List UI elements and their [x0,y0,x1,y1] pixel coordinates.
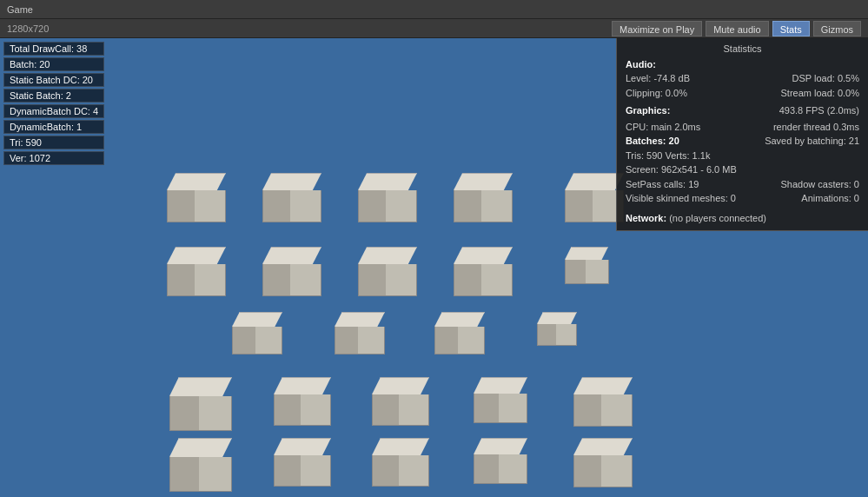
shadow-casters: Shadow casters: 0 [781,177,860,192]
cube-7 [358,247,417,296]
audio-section-title: Audio: [626,59,859,70]
title-bar-label: Game [7,4,33,15]
render-thread: render thread 0.3ms [773,120,859,135]
skinned-row: Visible skinned meshes: 0 Animations: 0 [626,191,859,206]
visible-skinned: Visible skinned meshes: 0 [626,191,736,206]
cube-9 [565,247,608,284]
setpass-row: SetPass calls: 19 Shadow casters: 0 [626,177,859,192]
cube-16 [372,377,429,426]
batches: Batches: 20 [626,134,679,149]
stat-line: Ver: 1072 [3,151,104,165]
cpu-main: CPU: main 2.0ms [626,120,700,135]
stat-line: DynamicBatch DC: 4 [3,104,104,118]
setpass-calls: SetPass calls: 19 [626,177,699,192]
resolution-label: 1280x720 [7,23,49,34]
stat-line: Batch: 20 [3,57,104,71]
network-status: Network: (no players connected) [626,213,859,223]
audio-dsp-load: DSP load: 0.5% [792,71,859,86]
cube-14 [169,377,232,431]
graphics-fps: 493.8 FPS (2.0ms) [779,103,859,120]
mute-audio-button[interactable]: Mute audio [706,21,768,36]
stat-line: DynamicBatch: 1 [3,120,104,134]
animations: Animations: 0 [801,191,859,206]
stat-line: Static Batch: 2 [3,89,104,103]
cube-15 [274,377,331,426]
cube-2 [358,173,417,222]
audio-level: Level: -74.8 dB [626,71,690,86]
stat-line: Tri: 590 [3,136,104,149]
cube-3 [454,173,513,222]
network-section-title: Network: [626,213,666,223]
stats-overlay: Total DrawCall: 38Batch: 20Static Batch … [3,42,104,165]
cube-13 [537,312,577,346]
gizmos-button[interactable]: Gizmos [813,21,861,36]
audio-clipping-row: Clipping: 0.0% Stream load: 0.0% [626,86,859,101]
graphics-header-row: Graphics: 493.8 FPS (2.0ms) [626,103,859,120]
cube-1 [262,173,321,222]
cube-20 [274,438,331,487]
statistics-title: Statistics [626,43,859,54]
cpu-row: CPU: main 2.0ms render thread 0.3ms [626,120,859,135]
network-players: (no players connected) [669,213,766,223]
stat-line: Total DrawCall: 38 [3,42,104,56]
batches-row: Batches: 20 Saved by batching: 21 [626,134,859,149]
cube-17 [474,377,527,423]
cube-18 [573,377,633,427]
audio-level-row: Level: -74.8 dB DSP load: 0.5% [626,71,859,86]
saved-by-batching: Saved by batching: 21 [765,134,859,149]
cube-0 [167,173,226,222]
cube-11 [335,312,385,355]
cube-22 [474,438,527,484]
cube-21 [372,438,429,487]
cube-23 [573,438,633,487]
cube-19 [169,438,232,492]
stats-button[interactable]: Stats [772,21,810,36]
title-bar: Game [0,0,868,19]
cube-10 [232,312,282,355]
cube-12 [434,312,485,355]
maximize-on-play-button[interactable]: Maximize on Play [612,21,702,36]
audio-clipping: Clipping: 0.0% [626,86,687,101]
tris-row: Tris: 590 Verts: 1.1k [626,149,859,163]
screen-row: Screen: 962x541 - 6.0 MB [626,162,859,177]
audio-stream-load: Stream load: 0.0% [781,86,860,101]
cube-4 [565,173,624,222]
game-view: Total DrawCall: 38Batch: 20Static Batch … [0,38,868,497]
toolbar: 1280x720 Maximize on Play Mute audio Sta… [0,19,868,38]
cube-6 [262,247,321,296]
statistics-panel: Statistics Audio: Level: -74.8 dB DSP lo… [616,38,868,231]
cube-5 [167,247,226,296]
stat-line: Static Batch DC: 20 [3,73,104,87]
graphics-section-title: Graphics: [626,103,670,118]
cube-8 [454,247,513,296]
